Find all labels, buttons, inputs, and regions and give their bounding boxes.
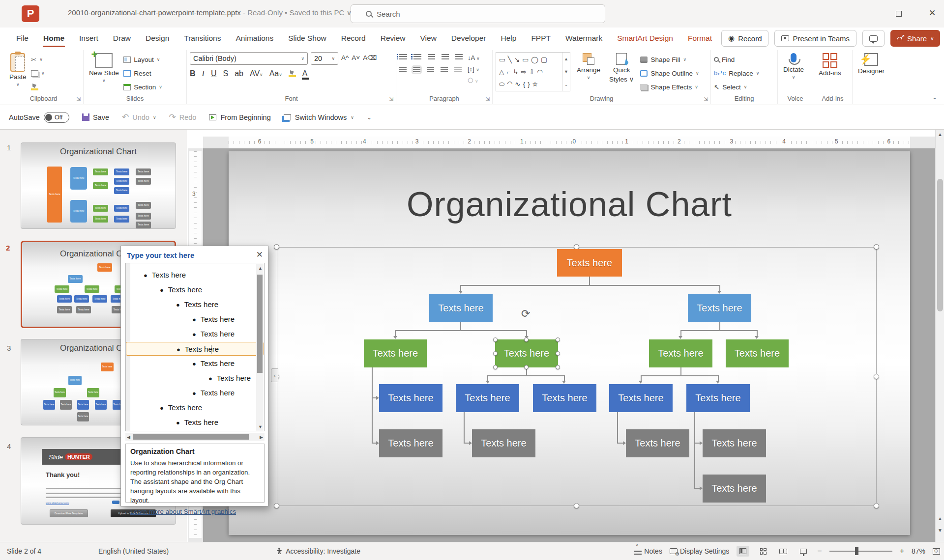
font-dialog-launcher-icon[interactable]: ⇲ (389, 96, 393, 102)
shape-resize-handle[interactable] (493, 351, 498, 356)
find-button[interactable]: Find (714, 54, 759, 65)
drawing-dialog-launcher-icon[interactable]: ⇲ (704, 96, 708, 102)
org-node[interactable]: Texts here (703, 475, 766, 503)
align-text-button[interactable]: [↕] ∨ (468, 65, 480, 73)
normal-view-button[interactable] (737, 546, 749, 557)
character-spacing-button[interactable]: AV∨ (250, 69, 263, 78)
zoom-slider-thumb[interactable] (855, 547, 858, 555)
shape-resize-handle[interactable] (556, 351, 560, 356)
org-node[interactable]: Texts here (472, 429, 535, 457)
designer-button[interactable]: Designer (856, 52, 887, 76)
tab-transitions[interactable]: Transitions (178, 31, 226, 46)
shapes-gallery-scroll[interactable]: ▲▼⌄ (562, 53, 570, 91)
tab-watermark[interactable]: Watermark (560, 31, 608, 46)
tab-smartart-design[interactable]: SmartArt Design (612, 31, 678, 46)
previous-slide-icon[interactable]: ▲ (936, 516, 944, 521)
from-beginning-button[interactable]: From Beginning (209, 113, 270, 121)
section-button[interactable]: Section∨ (123, 82, 162, 92)
slide-show-button[interactable] (797, 546, 810, 557)
select-button[interactable]: ↖Select∨ (714, 82, 759, 92)
resize-handle[interactable] (874, 244, 879, 250)
powerpoint-logo-icon[interactable]: P (22, 5, 39, 22)
shape-outline-button[interactable]: Shape Outline∨ (640, 68, 699, 79)
shape-resize-handle[interactable] (493, 337, 498, 342)
layout-button[interactable]: Layout∨ (123, 54, 162, 65)
text-highlight-color-button[interactable] (289, 70, 296, 77)
columns-button[interactable] (454, 67, 462, 73)
increase-indent-button[interactable] (442, 54, 449, 60)
line-spacing-button[interactable] (455, 54, 463, 60)
present-in-teams-button[interactable]: Present in Teams (774, 30, 856, 47)
reset-button[interactable]: Reset (123, 68, 162, 79)
org-node[interactable]: Texts here (456, 384, 519, 412)
resize-handle[interactable] (574, 503, 579, 508)
shape-resize-handle[interactable] (556, 337, 560, 342)
display-settings-button[interactable]: Display Settings (670, 547, 729, 555)
tab-fppt[interactable]: FPPT (526, 31, 556, 46)
dictate-button[interactable]: Dictate∨ (781, 52, 806, 81)
arrange-button[interactable]: Arrange∨ (574, 52, 603, 92)
restore-window-icon[interactable] (896, 11, 902, 17)
decrease-indent-button[interactable] (428, 54, 435, 60)
zoom-level[interactable]: 87% (912, 547, 925, 555)
accessibility-status[interactable]: Accessibility: Investigate (269, 547, 367, 555)
close-icon[interactable]: ✕ (256, 250, 263, 260)
shape-resize-handle[interactable] (493, 365, 498, 369)
text-pane-toggle-button[interactable]: ‹ (271, 368, 278, 382)
tab-home[interactable]: Home (38, 31, 70, 46)
scrollbar-thumb[interactable] (937, 179, 943, 311)
tab-file[interactable]: File (11, 31, 34, 46)
scrollbar-thumb[interactable] (257, 275, 263, 373)
vertical-scrollbar[interactable]: ▲ ▲ ▼ (935, 130, 944, 542)
tab-insert[interactable]: Insert (74, 31, 104, 46)
org-node[interactable]: Texts here (726, 339, 789, 367)
shape-resize-handle[interactable] (524, 337, 529, 342)
slide-sorter-view-button[interactable] (757, 546, 769, 557)
new-slide-button[interactable]: New Slide∨ (87, 52, 121, 84)
notes-button[interactable]: Notes (634, 547, 662, 555)
quick-styles-button[interactable]: QuickStyles ∨ (607, 52, 636, 92)
language-status[interactable]: English (United States) (91, 547, 176, 555)
close-window-icon[interactable]: ✕ (922, 8, 942, 18)
shapes-gallery[interactable]: ▭╲↘▭◯▢ △⌐↳⇨⇩◠ ⬭◠∿{}☆ ▲▼⌄ (496, 52, 570, 91)
scrollbar-thumb[interactable] (133, 434, 249, 440)
grow-font-button[interactable]: A^ (341, 52, 349, 63)
text-pane-list[interactable]: ●Texts here ●Texts here ●Texts here ●Tex… (125, 263, 265, 431)
text-pane-horizontal-scrollbar[interactable]: ◀ ▶ (125, 433, 265, 441)
org-node[interactable]: Texts here (609, 384, 673, 412)
replace-button[interactable]: b⮂cReplace∨ (714, 68, 759, 79)
change-case-button[interactable]: Aa∨ (269, 69, 282, 78)
org-node[interactable]: Texts here (379, 384, 442, 412)
undo-button[interactable]: ↶Undo∨ (122, 112, 156, 122)
zoom-out-button[interactable]: − (817, 547, 822, 556)
text-pane-item-selected[interactable]: ●Texts here (126, 342, 264, 356)
shape-resize-handle[interactable] (524, 365, 529, 369)
underline-button[interactable]: U (211, 69, 217, 78)
tab-review[interactable]: Review (375, 31, 411, 46)
slide-title[interactable]: Organizational Chart (229, 185, 910, 224)
org-node[interactable]: Texts here (429, 294, 493, 322)
italic-button[interactable]: I (202, 69, 205, 78)
org-node[interactable]: Texts here (649, 339, 712, 367)
tab-animations[interactable]: Animations (230, 31, 279, 46)
shape-fill-button[interactable]: Shape Fill∨ (640, 54, 699, 65)
org-node[interactable]: Texts here (364, 339, 427, 367)
org-node-root[interactable]: Texts here (557, 249, 622, 277)
tab-design[interactable]: Design (140, 31, 175, 46)
align-center-button[interactable] (413, 67, 420, 73)
bold-button[interactable]: B (190, 69, 196, 78)
fit-slide-to-window-icon[interactable] (933, 548, 940, 555)
redo-button[interactable]: ↷Redo (169, 112, 196, 122)
shape-resize-handle[interactable] (556, 365, 560, 369)
org-node[interactable]: Texts here (379, 429, 442, 457)
org-node[interactable]: Texts here (703, 429, 766, 457)
save-button[interactable]: Save (82, 113, 109, 121)
paragraph-dialog-launcher-icon[interactable]: ⇲ (486, 96, 490, 102)
clear-formatting-button[interactable]: A⌫ (363, 52, 377, 63)
shape-effects-button[interactable]: Shape Effects∨ (640, 82, 699, 92)
zoom-slider[interactable] (829, 551, 892, 552)
slide-counter[interactable]: Slide 2 of 4 (0, 547, 48, 555)
next-slide-icon[interactable]: ▼ (936, 528, 944, 533)
slide-1-thumbnail[interactable]: Organizational Chart Texts here Texts he… (21, 142, 176, 229)
cut-button[interactable]: ✂∨ (31, 54, 45, 65)
